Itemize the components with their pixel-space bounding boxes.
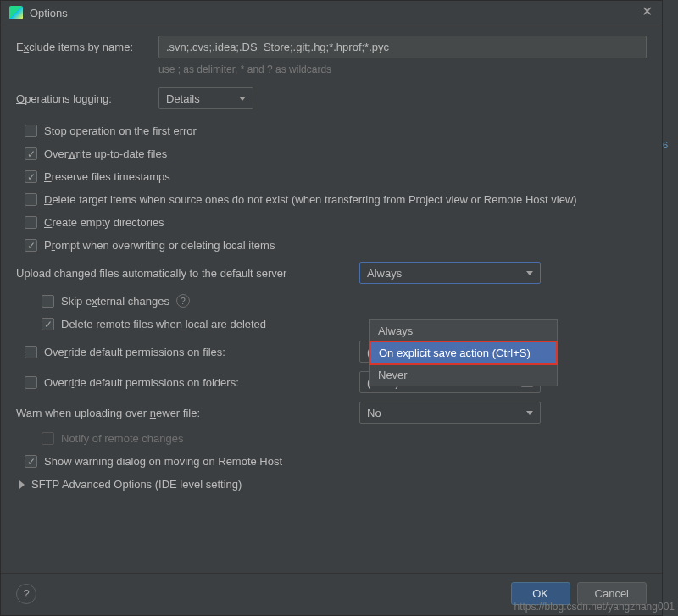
show-warning-checkbox[interactable] xyxy=(25,455,37,468)
upload-changed-label: Upload changed files automatically to th… xyxy=(16,267,359,280)
exclude-hint: use ; as delimiter, * and ? as wildcards xyxy=(158,64,647,75)
override-folders-label[interactable]: Override default permissions on folders: xyxy=(44,376,239,389)
dropdown-option-always[interactable]: Always xyxy=(370,320,557,341)
options-dialog: Options ✕ Exclude items by name: use ; a… xyxy=(0,0,663,616)
upload-changed-dropdown-popup: Always On explicit save action (Ctrl+S) … xyxy=(369,319,558,386)
operations-logging-select[interactable]: Details xyxy=(158,87,253,109)
dropdown-option-never[interactable]: Never xyxy=(370,364,557,386)
operations-logging-label: Operations logging: xyxy=(16,92,158,105)
show-warning-label[interactable]: Show warning dialog on moving on Remote … xyxy=(44,455,282,468)
chevron-down-icon xyxy=(526,271,533,275)
chevron-down-icon xyxy=(526,411,533,415)
delete-target-checkbox[interactable] xyxy=(25,193,37,206)
overwrite-label[interactable]: Overwrite up-to-date files xyxy=(44,147,167,160)
notify-remote-label: Notify of remote changes xyxy=(61,432,184,445)
exclude-input[interactable] xyxy=(158,36,647,58)
delete-target-label[interactable]: Delete target items when source ones do … xyxy=(44,193,577,206)
skip-external-label[interactable]: Skip external changes xyxy=(61,295,170,308)
dropdown-option-on-save[interactable]: On explicit save action (Ctrl+S) xyxy=(369,341,558,365)
override-files-checkbox[interactable] xyxy=(25,346,37,358)
warn-newer-select[interactable]: No xyxy=(359,402,541,424)
skip-external-checkbox[interactable] xyxy=(42,295,54,308)
create-empty-checkbox[interactable] xyxy=(25,216,37,229)
delete-remote-checkbox[interactable] xyxy=(42,318,54,330)
override-folders-checkbox[interactable] xyxy=(25,376,37,389)
help-button[interactable]: ? xyxy=(16,584,36,604)
prompt-overwrite-label[interactable]: Prompt when overwriting or deleting loca… xyxy=(44,239,275,252)
warn-newer-label: Warn when uploading over newer file: xyxy=(16,407,359,419)
titlebar: Options ✕ xyxy=(1,1,662,25)
triangle-right-icon xyxy=(19,480,25,489)
app-icon xyxy=(9,6,23,19)
exclude-label: Exclude items by name: xyxy=(16,41,158,53)
dialog-title: Options xyxy=(30,7,640,19)
delete-remote-label[interactable]: Delete remote files when local are delet… xyxy=(61,318,266,330)
help-icon[interactable]: ? xyxy=(176,294,190,308)
side-code-fragment: 6 xyxy=(663,140,678,153)
preserve-checkbox[interactable] xyxy=(25,170,37,183)
sftp-advanced-expander[interactable]: SFTP Advanced Options (IDE level setting… xyxy=(16,478,647,491)
watermark: https://blog.csdn.net/yangzhang001 xyxy=(514,601,675,613)
create-empty-label[interactable]: Create empty directories xyxy=(44,216,164,229)
dialog-content: Exclude items by name: use ; as delimite… xyxy=(1,25,662,573)
prompt-overwrite-checkbox[interactable] xyxy=(25,239,37,252)
stop-first-error-label[interactable]: Stop operation on the first error xyxy=(44,125,197,137)
overwrite-checkbox[interactable] xyxy=(25,147,37,160)
stop-first-error-checkbox[interactable] xyxy=(25,125,37,137)
notify-remote-checkbox xyxy=(42,432,54,445)
preserve-label[interactable]: Preserve files timestamps xyxy=(44,170,170,183)
override-files-label[interactable]: Override default permissions on files: xyxy=(44,346,225,358)
upload-changed-select[interactable]: Always xyxy=(359,262,541,284)
chevron-down-icon xyxy=(239,97,246,101)
close-icon[interactable]: ✕ xyxy=(640,6,653,19)
